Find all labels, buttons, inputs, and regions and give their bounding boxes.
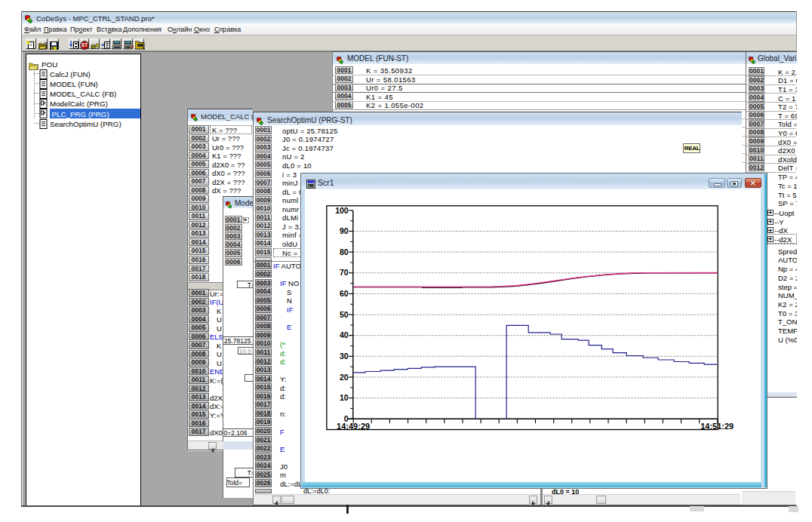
svg-text:100: 100: [335, 205, 349, 214]
svg-text:80: 80: [340, 247, 349, 256]
svg-text:30: 30: [340, 351, 349, 360]
svg-text:14:49:29: 14:49:29: [337, 421, 370, 430]
svg-text:90: 90: [340, 226, 349, 235]
svg-text:70: 70: [340, 268, 349, 277]
svg-text:50: 50: [340, 309, 349, 318]
svg-text:ST: ST: [82, 42, 88, 48]
svg-text:14:51:29: 14:51:29: [700, 421, 734, 430]
svg-text:40: 40: [340, 330, 349, 339]
svg-text:20: 20: [340, 372, 349, 381]
svg-text:10: 10: [340, 393, 349, 402]
svg-text:60: 60: [340, 289, 349, 298]
